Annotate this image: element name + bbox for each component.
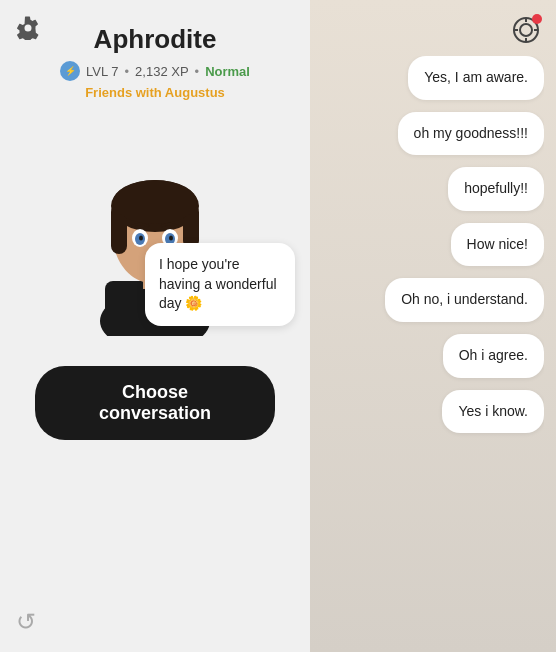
lvl-badge: ⚡ <box>60 61 80 81</box>
notification-icon[interactable] <box>508 12 544 48</box>
character-name: Aphrodite <box>94 24 217 55</box>
message-bubble: Oh i agree. <box>443 334 544 378</box>
loading-icon: ↺ <box>16 608 36 636</box>
message-bubble: Yes i know. <box>442 390 544 434</box>
left-panel: Aphrodite ⚡ LVL 7 • 2,132 XP • Normal Fr… <box>0 0 310 652</box>
friends-label: Friends with Augustus <box>85 85 225 100</box>
message-bubble: hopefully!! <box>448 167 544 211</box>
lvl-text: LVL 7 <box>86 64 119 79</box>
svg-point-15 <box>520 24 532 36</box>
xp-text: 2,132 XP <box>135 64 189 79</box>
svg-point-13 <box>169 236 173 241</box>
svg-point-12 <box>139 236 143 241</box>
messages-list: Yes, I am aware.oh my goodness!!!hopeful… <box>322 56 544 640</box>
choose-conversation-button[interactable]: Choose conversation <box>35 366 275 440</box>
right-panel: Yes, I am aware.oh my goodness!!!hopeful… <box>310 0 556 652</box>
notification-dot <box>532 14 542 24</box>
char-stats: ⚡ LVL 7 • 2,132 XP • Normal <box>60 61 250 81</box>
speech-bubble: I hope you're having a wonderful day 🌼 <box>145 243 295 326</box>
svg-point-7 <box>113 180 197 224</box>
gear-icon[interactable] <box>16 16 40 44</box>
top-bar <box>322 12 544 48</box>
mode-text: Normal <box>205 64 250 79</box>
message-bubble: How nice! <box>451 223 544 267</box>
message-bubble: oh my goodness!!! <box>398 112 544 156</box>
speech-text: I hope you're having a wonderful day 🌼 <box>159 256 277 311</box>
avatar-container: I hope you're having a wonderful day 🌼 <box>55 116 255 336</box>
message-bubble: Yes, I am aware. <box>408 56 544 100</box>
message-bubble: Oh no, i understand. <box>385 278 544 322</box>
